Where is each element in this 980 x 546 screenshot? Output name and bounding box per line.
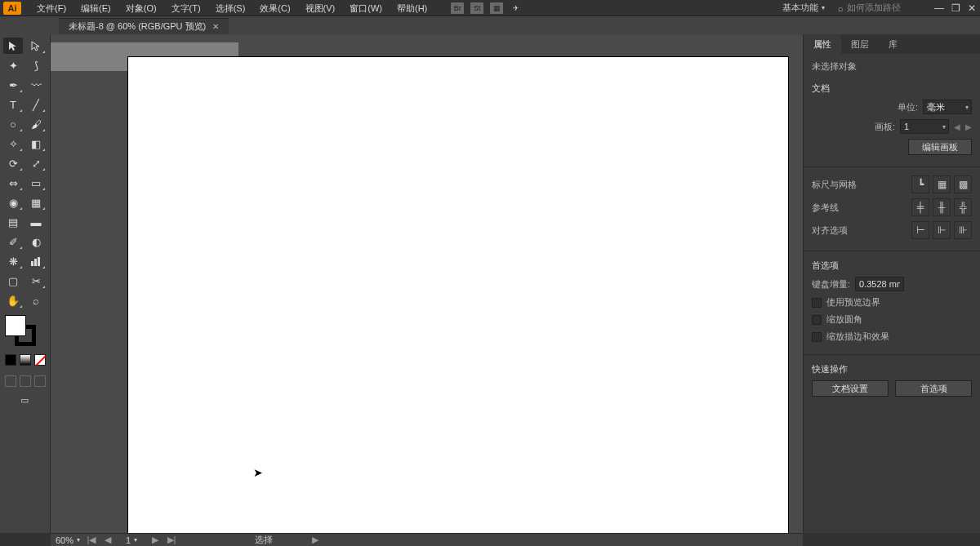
artboard-prev[interactable]: ◀ (954, 122, 960, 131)
search-box[interactable]: ⌕ 如何添加路径 (833, 2, 931, 14)
prev-artboard[interactable]: ◀ (103, 535, 113, 545)
key-increment-label: 键盘增量: (812, 278, 850, 291)
screen-mode[interactable]: ▭ (3, 393, 46, 406)
window-minimize[interactable]: — (931, 2, 947, 14)
bridge-icon[interactable]: Br (451, 2, 464, 14)
properties-panel: 属性 图层 库 未选择对象 文档 单位: 毫米 画板: 1 ◀ ▶ (803, 34, 980, 533)
transparency-grid-icon[interactable]: ▩ (954, 175, 972, 193)
menu-type[interactable]: 文字(T) (164, 0, 208, 16)
pen-tool[interactable]: ✒ (3, 77, 23, 93)
artboard-next[interactable]: ▶ (965, 122, 972, 131)
smart-guides-icon[interactable]: ╬ (954, 198, 972, 216)
checkbox-scale-strokes-label: 缩放描边和效果 (826, 331, 889, 343)
direct-selection-tool[interactable] (26, 38, 46, 54)
slice-tool[interactable]: ✂ (26, 273, 46, 289)
checkbox-scale-corners[interactable] (812, 315, 822, 325)
width-tool[interactable]: ⇔ (3, 175, 23, 191)
section-quick-actions: 快速操作 (812, 363, 972, 375)
menu-window[interactable]: 窗口(W) (342, 0, 390, 16)
snap-pixel-icon[interactable]: ⊩ (933, 221, 951, 239)
zoom-tool[interactable]: ⌕ (26, 292, 46, 309)
status-bar: 60% |◀ ◀ 1 ▶ ▶| 选择 ▶ (51, 533, 803, 546)
document-tab[interactable]: 未标题-8 @ 60% (RGB/GPU 预览) ✕ (59, 18, 229, 34)
rulers-grid-label: 标尺与网格 (812, 179, 906, 191)
hand-tool[interactable]: ✋ (3, 292, 23, 309)
status-menu-icon[interactable]: ▶ (312, 535, 318, 545)
free-transform-tool[interactable]: ▭ (26, 175, 46, 191)
search-placeholder: 如何添加路径 (847, 2, 901, 14)
draw-normal[interactable] (5, 375, 16, 387)
units-select[interactable]: 毫米 (923, 100, 972, 114)
ruler-icon[interactable]: ┗ (911, 175, 929, 193)
shape-builder-tool[interactable]: ◉ (3, 194, 23, 211)
zoom-select[interactable]: 60% (56, 535, 80, 545)
shaper-tool[interactable]: ✧ (3, 135, 23, 152)
menu-edit[interactable]: 编辑(E) (74, 0, 118, 16)
eyedropper-tool[interactable]: ✐ (3, 233, 23, 250)
line-tool[interactable]: ╱ (26, 96, 46, 113)
tab-libraries[interactable]: 库 (879, 34, 907, 54)
lasso-tool[interactable]: ⟆ (26, 57, 46, 73)
menu-view[interactable]: 视图(V) (298, 0, 343, 16)
artboard-select[interactable]: 1 (900, 119, 949, 134)
symbol-sprayer-tool[interactable]: ❋ (3, 253, 23, 269)
checkbox-scale-strokes[interactable] (812, 332, 822, 342)
draw-behind[interactable] (20, 375, 31, 387)
color-mode-none[interactable] (34, 354, 46, 366)
curvature-tool[interactable]: 〰 (26, 77, 46, 93)
window-close[interactable]: ✕ (964, 2, 980, 14)
menu-effect[interactable]: 效果(C) (252, 0, 297, 16)
edit-artboard-button[interactable]: 编辑画板 (908, 139, 972, 155)
fill-color[interactable] (5, 315, 26, 336)
color-mode-solid[interactable] (5, 354, 16, 366)
no-selection-label: 未选择对象 (812, 60, 972, 73)
close-icon[interactable]: ✕ (212, 22, 219, 31)
menu-object[interactable]: 对象(O) (118, 0, 164, 16)
magic-wand-tool[interactable]: ✦ (3, 57, 23, 73)
blend-tool[interactable]: ◐ (26, 233, 46, 250)
perspective-tool[interactable]: ▦ (26, 194, 46, 211)
checkbox-preview-bounds[interactable] (812, 298, 822, 308)
gradient-tool[interactable]: ▬ (26, 214, 46, 230)
tab-layers[interactable]: 图层 (841, 34, 879, 54)
draw-inside[interactable] (34, 375, 46, 387)
menu-file[interactable]: 文件(F) (29, 0, 74, 16)
artboard-nav-select[interactable]: 1 (119, 535, 144, 545)
snap-grid-icon[interactable]: ⊪ (954, 221, 972, 239)
color-mode-gradient[interactable] (20, 354, 31, 366)
svg-rect-0 (31, 261, 33, 266)
tab-properties[interactable]: 属性 (804, 34, 841, 54)
type-tool[interactable]: T (3, 96, 23, 113)
snap-point-icon[interactable]: ⊢ (911, 221, 929, 239)
ellipse-tool[interactable]: ○ (3, 116, 23, 132)
eraser-tool[interactable]: ◧ (26, 135, 46, 152)
fill-stroke-swatch[interactable] (5, 315, 36, 346)
first-artboard[interactable]: |◀ (87, 535, 96, 545)
gpu-icon[interactable]: ✈ (510, 2, 523, 14)
window-maximize[interactable]: ❐ (947, 2, 964, 14)
menu-help[interactable]: 帮助(H) (390, 0, 434, 16)
guides-show-icon[interactable]: ╪ (911, 198, 929, 216)
preferences-button[interactable]: 首选项 (895, 380, 972, 397)
artboard[interactable] (128, 57, 788, 533)
artboard-tool[interactable]: ▢ (3, 273, 23, 289)
search-icon: ⌕ (838, 3, 844, 13)
stock-icon[interactable]: St (470, 2, 483, 14)
selection-tool[interactable] (3, 38, 23, 54)
section-document: 文档 (812, 82, 972, 95)
next-artboard[interactable]: ▶ (150, 535, 160, 545)
last-artboard[interactable]: ▶| (167, 535, 176, 545)
key-increment-input[interactable] (855, 277, 904, 291)
mesh-tool[interactable]: ▤ (3, 214, 23, 230)
document-setup-button[interactable]: 文档设置 (812, 380, 889, 397)
guides-lock-icon[interactable]: ╫ (933, 198, 951, 216)
menu-select[interactable]: 选择(S) (208, 0, 253, 16)
grid-icon[interactable]: ▦ (933, 175, 951, 193)
arrange-docs-icon[interactable]: ▦ (490, 2, 503, 14)
rotate-tool[interactable]: ⟳ (3, 155, 23, 171)
workspace-switcher[interactable]: 基本功能 (774, 2, 833, 14)
paintbrush-tool[interactable]: 🖌 (26, 116, 46, 132)
column-graph-tool[interactable] (26, 253, 46, 269)
canvas[interactable]: ➤ (51, 34, 803, 533)
scale-tool[interactable]: ⤢ (26, 155, 46, 171)
